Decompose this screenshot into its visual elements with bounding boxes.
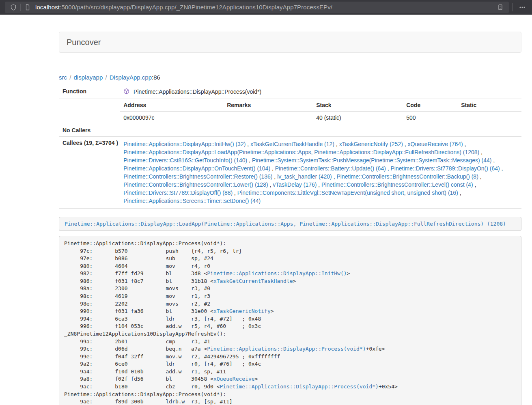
function-row: Function Pinetime::Applications::Display… xyxy=(59,85,521,99)
metrics-row: Address Remarks Stack Code Static 0x0000… xyxy=(59,99,521,124)
column-static: Static xyxy=(458,99,521,112)
callee-link[interactable]: Pinetime::Components::LittleVgl::SetNewT… xyxy=(237,190,458,196)
function-label: Function xyxy=(59,85,120,99)
breadcrumb-separator: / xyxy=(103,74,110,81)
asm-symbol-link[interactable]: Pinetime::Applications::DisplayApp::Proc… xyxy=(220,383,379,390)
callee-link[interactable]: Pinetime::Applications::DisplayApp::Init… xyxy=(123,141,246,147)
url-bar[interactable]: localhost:5000/path/src/displayapp/Displ… xyxy=(5,2,509,13)
static-value xyxy=(458,112,521,124)
metrics-label-spacer xyxy=(59,99,120,124)
callees-label: Callees (19, Σ=3704 ) xyxy=(59,137,120,209)
callee-link[interactable]: xTaskGetCurrentTaskHandle (12) xyxy=(250,141,334,147)
callee-link[interactable]: Pinetime::Applications::DisplayApp::Load… xyxy=(123,149,479,155)
code-size-value: 500 xyxy=(403,112,458,124)
callee-link[interactable]: Pinetime::Controllers::BrightnessControl… xyxy=(336,173,478,180)
toolbar-divider xyxy=(512,3,513,11)
urlbar-divider xyxy=(20,4,21,11)
no-callers-row: No Callers xyxy=(59,124,521,137)
breadcrumb-link[interactable]: displayapp xyxy=(74,74,103,81)
column-address: Address xyxy=(120,99,224,112)
callee-link[interactable]: Pinetime::Controllers::Battery::Update()… xyxy=(275,165,386,172)
callee-link[interactable]: Pinetime::Applications::DisplayApp::OnTo… xyxy=(123,165,270,172)
more-tools-icon[interactable] xyxy=(516,4,529,11)
no-callers-label: No Callers xyxy=(59,124,120,137)
app-brand-link[interactable]: Puncover xyxy=(67,38,101,47)
callee-link[interactable]: vTaskDelay (176) xyxy=(273,181,317,188)
callers-list xyxy=(120,124,521,137)
page-container: Puncover src / displayapp / DisplayApp.c… xyxy=(59,32,521,405)
browser-toolbar: localhost:5000/path/src/displayapp/Displ… xyxy=(0,0,532,15)
asm-symbol-link[interactable]: xTaskGenericNotify xyxy=(213,308,271,314)
callees-list: Pinetime::Applications::DisplayApp::Init… xyxy=(120,137,521,209)
column-stack: Stack xyxy=(313,99,403,112)
symbol-table: Function Pinetime::Applications::Display… xyxy=(59,85,521,209)
highlighted-symbol-link[interactable]: Pinetime::Applications::DisplayApp::Load… xyxy=(65,221,506,227)
callees-row: Callees (19, Σ=3704 ) Pinetime::Applicat… xyxy=(59,137,521,209)
shield-icon[interactable] xyxy=(8,4,19,11)
callee-link[interactable]: Pinetime::Drivers::St7789::DisplayOn() (… xyxy=(391,165,500,172)
callee-link[interactable]: xTaskGenericNotify (252) xyxy=(339,141,403,147)
asm-symbol-link[interactable]: xQueueReceive xyxy=(213,376,255,382)
breadcrumb-line-number: :86 xyxy=(152,74,160,81)
function-name: Pinetime::Applications::DisplayApp::Proc… xyxy=(134,88,261,95)
app-navbar: Puncover xyxy=(59,32,521,53)
callee-link[interactable]: Pinetime::Controllers::BrightnessControl… xyxy=(123,173,272,180)
symbol-type-icon xyxy=(123,89,131,96)
reader-mode-icon[interactable] xyxy=(495,4,506,11)
callee-link[interactable]: lv_task_handler (420) xyxy=(277,173,332,180)
metrics-value-row: 0x0000097c 40 (static) 500 xyxy=(120,112,521,124)
breadcrumb-separator: / xyxy=(67,74,74,81)
highlighted-symbol-panel: Pinetime::Applications::DisplayApp::Load… xyxy=(59,217,521,231)
callee-link[interactable]: Pinetime::System::SystemTask::PushMessag… xyxy=(252,157,492,164)
url-host: localhost xyxy=(35,4,60,11)
callee-link[interactable]: Pinetime::Controllers::BrightnessControl… xyxy=(321,181,473,188)
assembly-code: Pinetime::Applications::DisplayApp::Proc… xyxy=(59,236,521,405)
callee-link[interactable]: Pinetime::Controllers::BrightnessControl… xyxy=(123,181,268,188)
breadcrumb-link[interactable]: DisplayApp.cpp xyxy=(110,74,152,81)
asm-symbol-link[interactable]: xTaskGetCurrentTaskHandle xyxy=(213,278,293,284)
stack-value: 40 (static) xyxy=(313,112,403,124)
asm-symbol-link[interactable]: Pinetime::Applications::DisplayApp::Proc… xyxy=(207,346,366,352)
url-path: :5000/path/src/displayapp/DisplayApp.cpp… xyxy=(60,4,332,11)
callee-link[interactable]: Pinetime::Drivers::St7789::DisplayOff() … xyxy=(123,190,233,196)
page-info-icon[interactable] xyxy=(22,4,33,11)
address-value: 0x0000097c xyxy=(120,112,224,124)
asm-symbol-link[interactable]: Pinetime::Applications::DisplayApp::Init… xyxy=(207,270,347,276)
column-code: Code xyxy=(403,99,458,112)
breadcrumb: src / displayapp / DisplayApp.cpp:86 xyxy=(59,74,521,81)
callee-link[interactable]: Pinetime::Applications::Screens::Timer::… xyxy=(123,198,261,204)
metrics-table: Address Remarks Stack Code Static 0x0000… xyxy=(120,99,521,124)
breadcrumb-link[interactable]: src xyxy=(59,74,67,81)
remarks-value xyxy=(224,112,313,124)
divider xyxy=(59,68,521,68)
callee-link[interactable]: xQueueReceive (764) xyxy=(408,141,463,147)
url-text[interactable]: localhost:5000/path/src/displayapp/Displ… xyxy=(35,4,495,11)
column-remarks: Remarks xyxy=(224,99,313,112)
callee-link[interactable]: Pinetime::Drivers::Cst816S::GetTouchInfo… xyxy=(123,157,247,164)
